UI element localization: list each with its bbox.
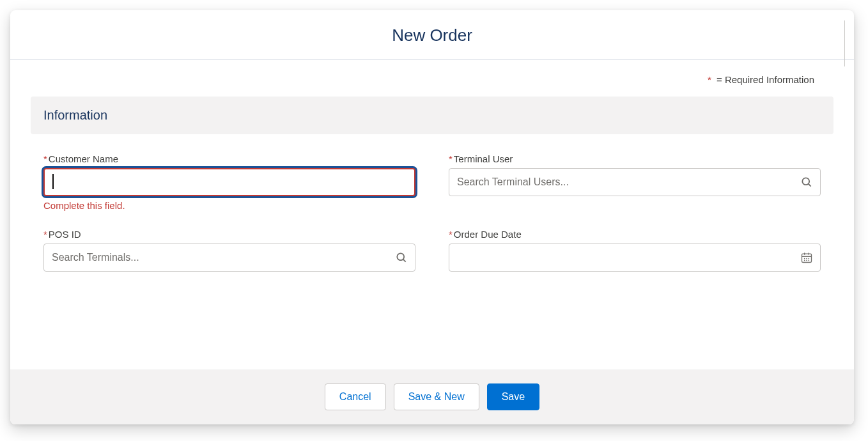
field-pos-id: *POS ID bbox=[43, 229, 415, 272]
terminal-user-input[interactable] bbox=[449, 168, 821, 196]
order-due-date-input-wrap bbox=[449, 244, 821, 272]
order-due-date-input[interactable] bbox=[449, 244, 821, 272]
required-info-note: * = Required Information bbox=[31, 74, 833, 85]
section-title: Information bbox=[43, 108, 821, 123]
field-terminal-user: *Terminal User bbox=[449, 153, 821, 211]
customer-name-input[interactable] bbox=[43, 168, 415, 196]
new-order-modal: New Order * = Required Information Infor… bbox=[10, 10, 854, 424]
modal-footer: Cancel Save & New Save bbox=[10, 369, 854, 424]
customer-name-error: Complete this field. bbox=[43, 200, 415, 211]
field-order-due-date: *Order Due Date bbox=[449, 229, 821, 272]
cancel-button[interactable]: Cancel bbox=[325, 383, 386, 410]
section-header-information: Information bbox=[31, 97, 833, 134]
modal-title: New Order bbox=[10, 26, 854, 45]
modal-body: * = Required Information Information *Cu… bbox=[10, 60, 854, 369]
modal-header: New Order bbox=[10, 10, 854, 60]
text-cursor bbox=[52, 174, 54, 189]
asterisk-icon: * bbox=[43, 229, 47, 240]
required-info-text: = Required Information bbox=[717, 74, 814, 85]
terminal-user-label: *Terminal User bbox=[449, 153, 821, 164]
asterisk-icon: * bbox=[449, 229, 453, 240]
asterisk-icon: * bbox=[708, 74, 711, 85]
save-and-new-button[interactable]: Save & New bbox=[394, 383, 479, 410]
order-due-date-label: *Order Due Date bbox=[449, 229, 821, 240]
pos-id-input-wrap bbox=[43, 244, 415, 272]
customer-name-input-wrap bbox=[43, 168, 415, 196]
asterisk-icon: * bbox=[449, 153, 453, 164]
pos-id-input[interactable] bbox=[43, 244, 415, 272]
pos-id-label: *POS ID bbox=[43, 229, 415, 240]
customer-name-label: *Customer Name bbox=[43, 153, 415, 164]
save-button[interactable]: Save bbox=[487, 383, 539, 410]
terminal-user-input-wrap bbox=[449, 168, 821, 196]
asterisk-icon: * bbox=[43, 153, 47, 164]
field-customer-name: *Customer Name Complete this field. bbox=[43, 153, 415, 211]
form-grid: *Customer Name Complete this field. *Ter… bbox=[31, 153, 833, 272]
